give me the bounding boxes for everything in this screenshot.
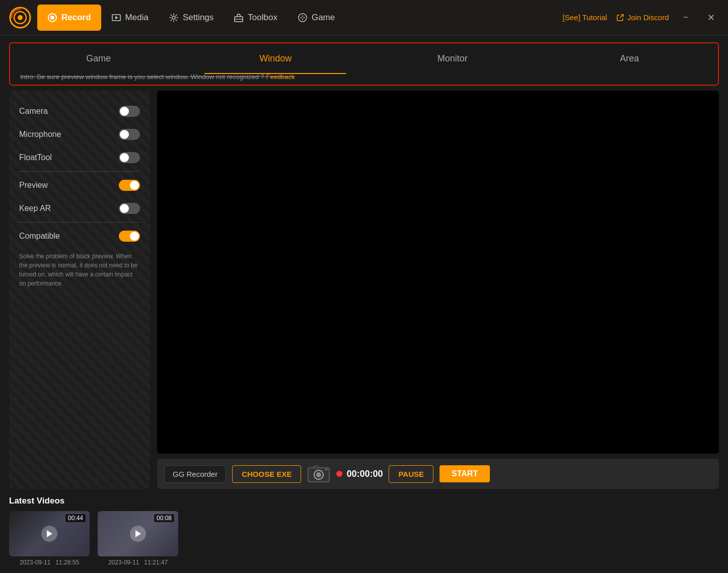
bottom-controls: GG Recorder CHOOSE EXE 00:00:00: [157, 459, 719, 489]
camera-toggle[interactable]: [119, 106, 140, 117]
title-bar: Record Media Settings Toolbox Ga: [0, 0, 728, 35]
timer-display: 00:00:00: [346, 469, 383, 479]
external-link-icon: [616, 14, 624, 22]
settings-icon: [169, 13, 179, 23]
separator-1: [19, 171, 140, 172]
nav-record[interactable]: Record: [37, 5, 101, 31]
video-thumb-2[interactable]: 00:08 2023-09-11 11:21:47: [98, 511, 178, 566]
camera-icon: [307, 464, 330, 484]
tutorial-link[interactable]: [See] Tutorial: [563, 13, 607, 22]
svg-point-14: [302, 18, 303, 19]
tab-monitor[interactable]: Monitor: [364, 47, 541, 70]
svg-point-11: [301, 17, 302, 18]
minimize-button[interactable]: −: [678, 10, 693, 25]
join-discord-link[interactable]: Join Discord: [616, 13, 669, 22]
video-duration-2: 00:08: [154, 514, 174, 522]
nav-media-label: Media: [125, 13, 149, 23]
nav-record-label: Record: [61, 13, 91, 23]
svg-marker-20: [47, 530, 52, 537]
preview-toggle-row: Preview: [19, 174, 140, 197]
floattool-toggle[interactable]: [119, 152, 140, 163]
title-bar-right: [See] Tutorial Join Discord − ✕: [563, 10, 720, 25]
video-thumbs: 00:44 2023-09-11 11:28:55 00:08: [9, 511, 719, 566]
tab-area[interactable]: Area: [541, 47, 718, 70]
nav-settings[interactable]: Settings: [159, 5, 224, 31]
svg-rect-18: [314, 466, 318, 468]
compatible-note: Solve the problem of black preview. When…: [19, 252, 140, 288]
camera-toggle-row: Camera: [19, 100, 140, 123]
video-thumbnail-2[interactable]: 00:08: [98, 511, 178, 556]
nav-settings-label: Settings: [183, 13, 213, 23]
svg-point-4: [50, 16, 54, 20]
svg-point-7: [172, 16, 175, 19]
play-triangle-icon-2: [134, 530, 141, 538]
close-button[interactable]: ✕: [702, 10, 720, 25]
floattool-toggle-row: FloatTool: [19, 146, 140, 169]
latest-videos-section: Latest Videos 00:44 2023-09-11 11:28:55: [9, 496, 719, 566]
keep-ar-toggle-row: Keep AR: [19, 197, 140, 220]
rec-dot: [336, 471, 342, 477]
latest-videos-title: Latest Videos: [9, 496, 719, 506]
video-duration-1: 00:44: [65, 514, 86, 522]
timer-row: 00:00:00: [336, 469, 383, 479]
toolbox-icon: [234, 13, 244, 23]
video-thumb-1[interactable]: 00:44 2023-09-11 11:28:55: [9, 511, 90, 566]
preview-toggle[interactable]: [119, 180, 140, 191]
play-icon-2: [130, 526, 146, 542]
microphone-toggle[interactable]: [119, 129, 140, 140]
preview-label: Preview: [19, 181, 48, 190]
left-panel: Camera Microphone FloatTool Preview: [9, 91, 150, 489]
play-triangle-icon: [46, 530, 53, 538]
play-icon-1: [41, 526, 57, 542]
svg-point-17: [316, 472, 321, 477]
video-meta-1: 2023-09-11 11:28:55: [20, 559, 79, 566]
nav-toolbox-label: Toolbox: [248, 13, 277, 23]
video-meta-2: 2023-09-11 11:21:47: [108, 559, 168, 566]
preview-window: [157, 91, 719, 454]
main-content: Game Window Monitor Area Intro: Be sure …: [0, 35, 728, 573]
record-icon: [47, 13, 57, 23]
microphone-toggle-row: Microphone: [19, 123, 140, 146]
intro-text: Intro: Be sure preview window frame is y…: [10, 70, 718, 82]
game-icon: [298, 13, 308, 23]
camera-screenshot-button[interactable]: [307, 464, 330, 484]
keep-ar-label: Keep AR: [19, 204, 51, 213]
svg-point-2: [18, 15, 23, 20]
compatible-label: Compatible: [19, 232, 60, 241]
tab-row: Game Window Monitor Area: [10, 47, 718, 70]
media-icon: [111, 13, 121, 23]
microphone-label: Microphone: [19, 130, 61, 139]
choose-exe-button[interactable]: CHOOSE EXE: [232, 465, 301, 483]
video-thumbnail-1[interactable]: 00:44: [9, 511, 90, 556]
nav-game[interactable]: Game: [287, 5, 345, 31]
pause-button[interactable]: PAUSE: [389, 465, 433, 483]
start-button[interactable]: START: [440, 465, 490, 482]
app-logo: [8, 6, 32, 30]
svg-marker-21: [135, 530, 141, 537]
nav-game-label: Game: [312, 13, 335, 23]
keep-ar-toggle[interactable]: [119, 203, 140, 214]
nav-media[interactable]: Media: [101, 5, 159, 31]
compatible-toggle[interactable]: [119, 231, 140, 242]
svg-point-13: [302, 15, 303, 16]
join-discord-label: Join Discord: [627, 13, 669, 22]
preview-area: GG Recorder CHOOSE EXE 00:00:00: [157, 91, 719, 489]
camera-label: Camera: [19, 107, 48, 116]
separator-2: [19, 222, 140, 223]
floattool-label: FloatTool: [19, 153, 52, 162]
svg-point-12: [304, 17, 305, 18]
svg-point-10: [299, 14, 307, 22]
body-row: Camera Microphone FloatTool Preview: [9, 91, 719, 489]
svg-marker-6: [115, 16, 118, 19]
svg-rect-19: [325, 469, 328, 470]
feedback-link[interactable]: Feedback: [266, 73, 295, 81]
tab-window[interactable]: Window: [187, 47, 365, 70]
window-name-label: GG Recorder: [164, 465, 226, 483]
tab-container: Game Window Monitor Area Intro: Be sure …: [9, 42, 719, 86]
tab-game[interactable]: Game: [10, 47, 187, 70]
nav-toolbox[interactable]: Toolbox: [224, 5, 287, 31]
compatible-toggle-row: Compatible: [19, 225, 140, 248]
